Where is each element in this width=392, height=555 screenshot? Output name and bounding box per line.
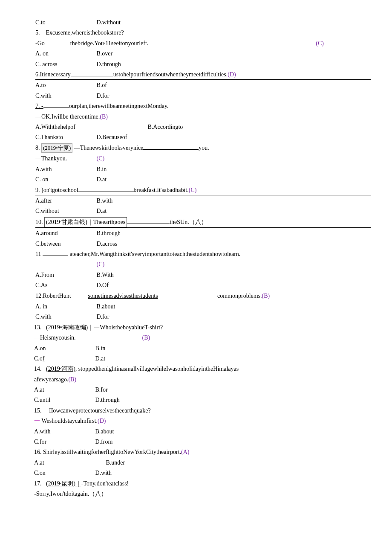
q13-stem: 13. (2019•海南改编)｜一WhoistheboyablueT-shirt… xyxy=(34,323,371,332)
q8-line2: —Thankyou. (C) xyxy=(35,154,371,163)
q12-ab: A. in B.about xyxy=(35,302,371,311)
q5-cd: C. across D.through xyxy=(35,60,371,69)
q13-num: 13. xyxy=(34,324,42,331)
q17-line2: -Sorry,Iwon'tdoitagain.（八） xyxy=(34,489,371,499)
q14-d: D.through xyxy=(95,397,120,403)
q11-stem: 11 ateacher,Mr.Wangthinksit'sveryimporta… xyxy=(35,250,371,259)
q8-text1: —Thenewskirtlooksverynice xyxy=(74,145,144,151)
q14-a: A.at xyxy=(34,385,94,395)
blank xyxy=(143,145,199,150)
q8-tag: (2019•宁夏) xyxy=(41,143,72,153)
q8-c: C. on xyxy=(35,175,95,184)
blank xyxy=(43,103,69,108)
q15-a: A.with xyxy=(34,427,94,436)
q6-cd: C.with D.for xyxy=(35,91,371,101)
blank xyxy=(78,187,134,192)
q7-a: A.Withthehelpof xyxy=(35,122,146,132)
q5-d: D.through xyxy=(97,61,121,67)
q9-ab: A.after B.with xyxy=(35,196,371,206)
dash: 一 xyxy=(34,418,40,424)
q10-answer: （八） xyxy=(189,219,207,225)
q11-ab: A.From B.With xyxy=(35,270,371,280)
q5-line2: -Gothebridge.You·11seeitonyourleft. (C) xyxy=(35,39,371,48)
q13-c: C.of xyxy=(34,354,94,363)
q14-ab: A.at B.for xyxy=(34,385,371,395)
q4-opt-d: D.without xyxy=(97,19,121,26)
q9-a: A.after xyxy=(35,196,95,206)
q11-a: A.From xyxy=(35,270,95,280)
q17-stem: 17. (2019·昆明)｜-Tony,don'teatclass! xyxy=(34,479,371,488)
q15-stem: 15. —IIowcanweprotectourselvestheearthqu… xyxy=(34,406,371,416)
q13-a: A.on xyxy=(34,344,94,353)
q7-c: C.Thanksto xyxy=(35,133,95,142)
q13-d: D.at xyxy=(95,355,106,362)
q14-text: stoppedthenightinasmallvillagewhileIwaso… xyxy=(78,366,239,372)
q8-stem: 8. (2019•宁夏) —Thenewskirtlooksveryniceyo… xyxy=(35,143,371,154)
q6-b: B.of xyxy=(97,82,107,88)
q14-stem: 14. (2019·河南), stoppedthenightinasmallvi… xyxy=(34,364,371,374)
q5-a: A. on xyxy=(35,49,95,58)
q6-stem: 6.Itisnecessaryustohelpourfriendsoutwhen… xyxy=(35,70,371,80)
q13-text2: —Heismycousin. xyxy=(34,333,141,343)
q16-a: A.at xyxy=(34,458,104,468)
q13-ab: A.on B.in xyxy=(34,344,371,353)
q11-cd: C.As D.Of xyxy=(35,281,371,290)
q10-text2: theSUn. xyxy=(170,219,189,225)
q8-b: B.in xyxy=(97,166,107,172)
q13-line2: —Heismycousin. (B) xyxy=(34,333,371,343)
q15-b: B.about xyxy=(95,428,114,435)
blank xyxy=(71,71,113,76)
q15-d: D.from xyxy=(95,439,113,445)
q15-ab: A.with B.about xyxy=(34,427,371,436)
q7-cd: C.Thanksto D.Becauseof xyxy=(35,133,371,142)
q15-answer: (D) xyxy=(98,418,106,424)
q15-line2: 一 Weshouldstaycalmfirst.(D) xyxy=(34,416,371,426)
q14-tag: (2019·河南), xyxy=(46,366,77,372)
q7-ab: A.Withthehelpof B.Accordingto xyxy=(35,122,371,132)
q9-b: B.with xyxy=(97,198,113,204)
q14-answer: (B) xyxy=(68,376,76,383)
q9-stem: 9. )on'tgotoschoolbreakfast.It'sabadhabi… xyxy=(35,186,371,195)
q16-ab: A.at B.under xyxy=(34,458,371,468)
q11-c: C.As xyxy=(35,281,95,290)
q9-cd: C.without D.at xyxy=(35,206,371,216)
q7-stem: 7. -ourplan,therewillbeameetingnextMonda… xyxy=(35,102,371,111)
q12-a: A. in xyxy=(35,302,95,311)
q12-text2: sometimesadvisesthestudents xyxy=(88,291,216,301)
q14-cd: C.until D.through xyxy=(34,395,371,405)
q7-b: B.Accordingto xyxy=(148,124,183,130)
q14-b: B.for xyxy=(95,386,108,393)
q15-text2: Weshouldstaycalmfirst. xyxy=(40,418,98,424)
q12-stem: 12.RobertHunt sometimesadvisesthestudent… xyxy=(35,291,371,301)
q17-answer: （八） xyxy=(89,491,107,497)
q11-d: D.Of xyxy=(97,282,109,288)
q10-stem: 10. (2019·甘肃白银)｜TheearthgoestheSUn.（八） xyxy=(35,217,371,228)
q17-text: -Tony,don'teatclass! xyxy=(81,480,129,487)
q15-text: 15. —IIowcanweprotectourselvestheearthqu… xyxy=(34,407,151,414)
q8-cd: C. on D.at xyxy=(35,175,371,184)
q13-tag: (2019•海南改编)｜ xyxy=(46,324,94,331)
q10-cd: C.between D.across xyxy=(35,239,371,249)
q10-box: (2019·甘肃白银)｜Theearthgoes xyxy=(44,217,127,227)
q13-text: 一WhoistheboyablueT-shirt? xyxy=(94,324,163,331)
q6-ab: A.to B.of xyxy=(35,81,371,90)
q14-line2: afewyearsago.(B) xyxy=(34,375,371,384)
q5-line1: 5.—Excuseme,whereisthebookstore? xyxy=(35,28,371,38)
q15-c: C.for xyxy=(34,437,94,447)
q8-answer: (C) xyxy=(97,155,105,162)
q11-b: B.With xyxy=(97,272,114,278)
q16-d: D.with xyxy=(95,470,112,476)
q9-text2: breakfast.It'sabadhabit. xyxy=(134,187,189,193)
q5-text2: -Go xyxy=(35,40,45,46)
q8-text3: —Thankyou. xyxy=(35,154,95,163)
q16-c: C.on xyxy=(34,468,94,478)
q11-text: ateacher,Mr.Wangthinksit'sveryimportantt… xyxy=(69,251,240,257)
q12-text1: 12.RobertHunt xyxy=(35,291,86,301)
q12-b: B.about xyxy=(97,303,115,310)
q17-tag: (2019·昆明)｜ xyxy=(46,480,81,487)
q10-ab: A.around B.through xyxy=(35,229,371,238)
q5-ab: A. on B.over xyxy=(35,49,371,58)
q16-answer: (A) xyxy=(181,449,189,455)
q7-text1: 7. - xyxy=(35,103,43,109)
q10-d: D.across xyxy=(97,241,118,247)
